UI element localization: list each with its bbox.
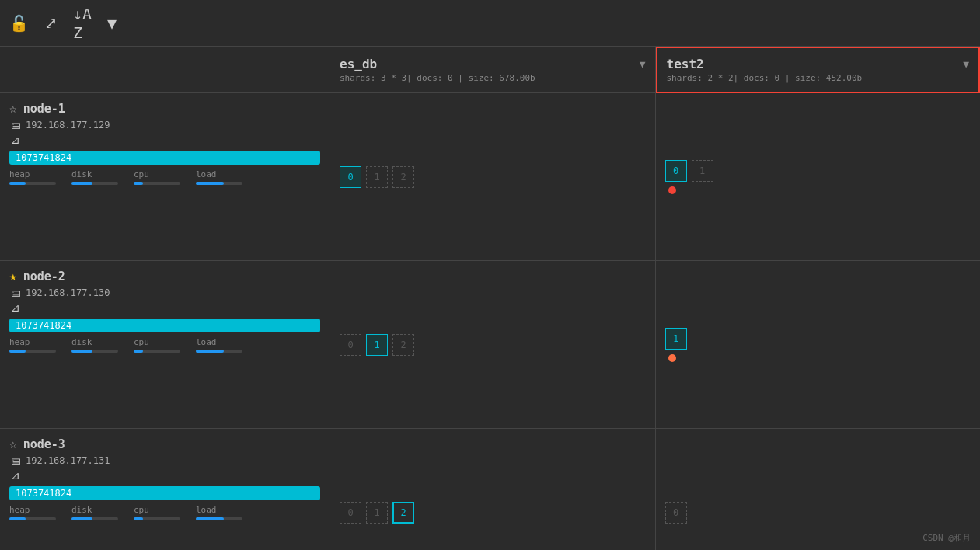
shard-box[interactable]: 1 xyxy=(665,328,687,350)
disk-label: disk xyxy=(71,337,118,347)
shard-box[interactable]: 2 xyxy=(392,334,414,356)
node-badge: 1073741824 xyxy=(9,486,320,500)
cpu-label: cpu xyxy=(134,505,180,515)
node-metrics: heap disk cpu load xyxy=(9,169,320,185)
load-label: load xyxy=(196,169,242,179)
cpu-label: cpu xyxy=(134,337,180,347)
heap-label: heap xyxy=(9,169,56,179)
load-label: load xyxy=(196,337,242,347)
node-name: node-3 xyxy=(23,437,65,451)
es-db-column: es_db ▼ shards: 3 * 3| docs: 0 | size: 6… xyxy=(330,47,656,550)
shards-row-node2-test2: 1 xyxy=(656,261,981,429)
disk-icon: 🖴 xyxy=(11,119,21,131)
shard-box[interactable]: 1 xyxy=(366,334,388,356)
node-ip: 192.168.177.131 xyxy=(26,455,110,466)
node-row: ★ node-2 🖴 192.168.177.130 ⊿ 1073741824 … xyxy=(0,261,330,429)
main-layout: ☆ node-1 🖴 192.168.177.129 ⊿ 1073741824 … xyxy=(0,47,980,550)
shard-box[interactable]: 0 xyxy=(665,502,687,524)
shards-row-node3-esdb: 0 1 2 xyxy=(330,429,655,550)
columns-wrapper: es_db ▼ shards: 3 * 3| docs: 0 | size: 6… xyxy=(330,47,980,550)
lock-icon[interactable]: 🔓 xyxy=(9,14,29,33)
disk-label: disk xyxy=(71,169,118,179)
index-name: es_db xyxy=(340,57,377,71)
node-ip: 192.168.177.129 xyxy=(26,120,110,131)
shards-row-node2-esdb: 0 1 2 xyxy=(330,261,655,429)
node-name: node-2 xyxy=(23,270,65,284)
shard-box[interactable]: 0 xyxy=(665,160,687,182)
shard-box[interactable]: 0 xyxy=(340,166,361,188)
star-icon[interactable]: ★ xyxy=(9,269,17,284)
node-name: node-1 xyxy=(23,102,65,116)
index-name: test2 xyxy=(667,57,704,71)
shards-row-node1-esdb: 0 1 2 xyxy=(330,93,655,261)
node-badge: 1073741824 xyxy=(9,151,320,165)
shards-row-node1-test2: 0 1 xyxy=(656,93,981,261)
disk-label: disk xyxy=(71,505,118,515)
node-panel: ☆ node-1 🖴 192.168.177.129 ⊿ 1073741824 … xyxy=(0,47,330,550)
cpu-label: cpu xyxy=(134,169,180,179)
shard-box[interactable]: 2 xyxy=(392,502,414,524)
watermark: CSDN @和月 xyxy=(922,532,971,544)
filter-icon[interactable]: ▼ xyxy=(107,14,117,33)
node-badge: 1073741824 xyxy=(9,319,320,332)
toolbar: 🔓 ⤢ ↓AZ ▼ xyxy=(0,0,980,47)
tag-icon: ⊿ xyxy=(11,301,20,314)
node-metrics: heap disk cpu load xyxy=(9,505,320,520)
test2-header: test2 ▼ shards: 2 * 2| docs: 0 | size: 4… xyxy=(656,47,981,93)
node-ip: 192.168.177.130 xyxy=(26,287,110,298)
dropdown-icon[interactable]: ▼ xyxy=(640,58,646,70)
expand-icon[interactable]: ⤢ xyxy=(44,14,58,33)
index-meta: shards: 3 * 3| docs: 0 | size: 678.00b xyxy=(340,73,646,83)
shard-box[interactable]: 1 xyxy=(366,166,388,188)
shard-dot-orange xyxy=(668,354,676,362)
disk-icon: 🖴 xyxy=(11,287,21,298)
star-icon[interactable]: ☆ xyxy=(9,437,17,451)
test2-column: test2 ▼ shards: 2 * 2| docs: 0 | size: 4… xyxy=(656,47,981,550)
shard-box[interactable]: 0 xyxy=(340,502,361,524)
disk-icon: 🖴 xyxy=(11,454,21,466)
tag-icon: ⊿ xyxy=(11,469,20,482)
shard-box[interactable]: 2 xyxy=(392,166,414,188)
shard-dot-red xyxy=(668,186,676,194)
shard-box[interactable]: 1 xyxy=(366,502,388,524)
tag-icon: ⊿ xyxy=(11,134,20,146)
shard-box[interactable]: 1 xyxy=(692,160,713,182)
sort-az-icon[interactable]: ↓AZ xyxy=(73,5,92,42)
index-meta: shards: 2 * 2| docs: 0 | size: 452.00b xyxy=(667,73,970,83)
node-metrics: heap disk cpu load xyxy=(9,337,320,353)
heap-label: heap xyxy=(9,337,56,347)
shard-box[interactable]: 0 xyxy=(340,334,361,356)
heap-label: heap xyxy=(9,505,56,515)
node-row: ☆ node-3 🖴 192.168.177.131 ⊿ 1073741824 … xyxy=(0,429,330,550)
es-db-header: es_db ▼ shards: 3 * 3| docs: 0 | size: 6… xyxy=(330,47,655,93)
load-label: load xyxy=(196,505,242,515)
node-row: ☆ node-1 🖴 192.168.177.129 ⊿ 1073741824 … xyxy=(0,93,330,261)
star-icon[interactable]: ☆ xyxy=(9,101,17,116)
dropdown-icon[interactable]: ▼ xyxy=(963,58,969,70)
